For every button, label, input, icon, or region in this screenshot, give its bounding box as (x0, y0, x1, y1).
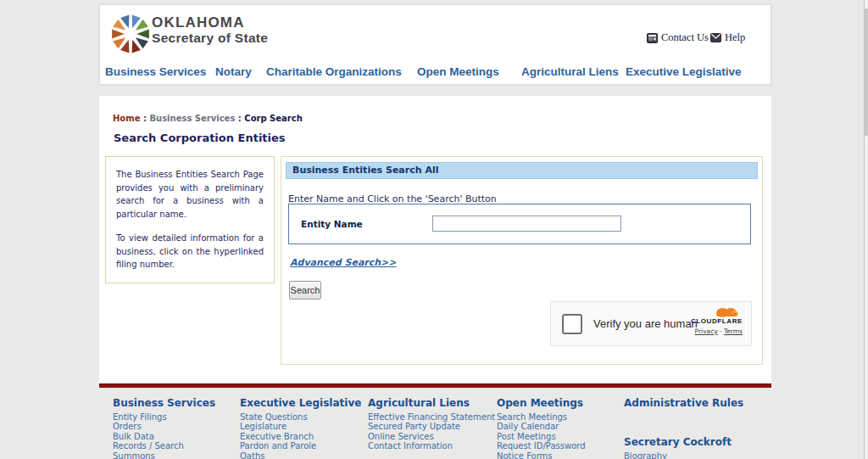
footer-link[interactable]: Online Services (368, 432, 495, 441)
page: OKLAHOMA Secretary of State Contact Us H… (0, 0, 868, 459)
scrollbar-thumb[interactable] (865, 8, 868, 136)
footer-link[interactable]: Daily Calendar (497, 422, 586, 431)
footer-link[interactable]: State Questions (240, 412, 361, 422)
advanced-search-link[interactable]: Advanced Search>> (290, 257, 397, 268)
nav-charitable-organizations[interactable]: Charitable Organizations (266, 65, 402, 78)
search-panel: Business Entities Search All Enter Name … (281, 156, 763, 365)
breadcrumb-home[interactable]: Home (113, 114, 140, 123)
main-navigation: Business Services Notary Charitable Orga… (100, 65, 771, 86)
maroon-divider (99, 383, 771, 388)
entity-name-label: Entity Name (301, 219, 363, 229)
cloudflare-wordmark: CLOUDFLARE (676, 317, 743, 325)
terms-link[interactable]: Terms (724, 327, 743, 335)
panel-header: Business Entities Search All (286, 162, 758, 179)
footer-column-agricultural-liens: Agricultural Liens Effective Financing S… (368, 397, 495, 451)
footer-link[interactable]: Oaths (240, 451, 361, 459)
footer-link[interactable]: Request ID/Password (497, 441, 586, 451)
search-button[interactable]: Search (289, 281, 321, 299)
info-paragraph-1: The Business Entities Search Page provid… (116, 168, 264, 221)
info-paragraph-2: To view detailed information for a busin… (116, 232, 264, 271)
info-box: The Business Entities Search Page provid… (105, 156, 275, 283)
logo-line1: OKLAHOMA (152, 14, 268, 31)
footer-column-business-services: Business Services Entity Filings Orders … (113, 397, 215, 459)
footer-link[interactable]: Executive Branch (240, 432, 361, 441)
footer-link[interactable]: Secured Party Update (368, 422, 495, 431)
footer-heading[interactable]: Business Services (113, 397, 215, 409)
vertical-scrollbar[interactable] (864, 0, 868, 459)
contact-us-label: Contact Us (661, 31, 709, 44)
breadcrumb-business-services[interactable]: Business Services (149, 114, 235, 123)
verify-human-checkbox[interactable] (562, 314, 582, 334)
entity-name-fieldset: Entity Name (288, 204, 751, 244)
footer-link[interactable]: Effective Financing Statement (368, 412, 495, 422)
footer-heading[interactable]: Agricultural Liens (368, 397, 495, 409)
footer-heading[interactable]: Secretary Cockroft (624, 436, 732, 448)
footer-link[interactable]: Bulk Data (113, 432, 215, 441)
site-header: OKLAHOMA Secretary of State Contact Us H… (99, 4, 771, 85)
help-link[interactable]: Help (710, 31, 745, 44)
cloudflare-turnstile-widget: Verify you are human CLOUDFLARE Privacy … (550, 301, 752, 346)
footer-column-open-meetings: Open Meetings Search Meetings Daily Cale… (497, 397, 586, 459)
footer-link[interactable]: Notice Forms (497, 451, 586, 459)
footer-link[interactable]: Contact Information (368, 441, 495, 451)
nav-executive-legislative[interactable]: Executive Legislative (626, 65, 742, 78)
privacy-link[interactable]: Privacy (695, 327, 718, 335)
nav-open-meetings[interactable]: Open Meetings (417, 65, 499, 78)
contact-us-link[interactable]: Contact Us (647, 31, 709, 44)
footer-heading[interactable]: Open Meetings (497, 397, 586, 409)
help-label: Help (725, 31, 745, 44)
footer-link[interactable]: Orders (113, 422, 215, 431)
breadcrumb-separator: : (140, 114, 149, 123)
logo-wordmark: OKLAHOMA Secretary of State (152, 14, 268, 46)
breadcrumb: Home : Business Services : Corp Search (113, 114, 303, 123)
envelope-icon (710, 33, 721, 42)
footer-link[interactable]: Search Meetings (497, 412, 586, 422)
nav-business-services[interactable]: Business Services (105, 65, 206, 78)
main-content: Home : Business Services : Corp Search S… (99, 96, 771, 383)
footer-link[interactable]: Pardon and Parole (240, 441, 361, 451)
nav-agricultural-liens[interactable]: Agricultural Liens (521, 65, 619, 78)
oklahoma-star-logo-icon (108, 10, 153, 58)
footer-link[interactable]: Post Meetings (497, 432, 586, 441)
cloudflare-legal-links: Privacy · Terms (676, 327, 743, 335)
contact-card-icon (647, 33, 658, 43)
breadcrumb-current: Corp Search (244, 114, 303, 123)
nav-notary[interactable]: Notary (215, 65, 252, 78)
footer-column-executive-legislative: Executive Legislative State Questions Le… (240, 397, 361, 459)
cloudflare-brand: CLOUDFLARE Privacy · Terms (676, 306, 743, 335)
footer-link[interactable]: Summons (113, 451, 215, 459)
breadcrumb-separator: : (235, 114, 244, 123)
footer-heading[interactable]: Executive Legislative (240, 397, 361, 409)
footer-link[interactable]: Records / Search (113, 441, 215, 451)
cloudflare-cloud-icon (710, 306, 741, 317)
page-title: Search Corporation Entities (114, 132, 286, 144)
footer-link[interactable]: Entity Filings (113, 412, 215, 422)
legal-separator: · (720, 327, 721, 335)
footer-heading[interactable]: Administrative Rules (624, 397, 743, 409)
footer-secretary-block: Secretary Cockroft Biography (624, 436, 732, 459)
footer-link[interactable]: Biography (624, 451, 732, 459)
footer-link[interactable]: Legislature (240, 422, 361, 431)
entity-name-input[interactable] (432, 216, 621, 232)
footer-column-administrative-rules: Administrative Rules (624, 397, 743, 412)
logo-line2: Secretary of State (152, 31, 268, 46)
